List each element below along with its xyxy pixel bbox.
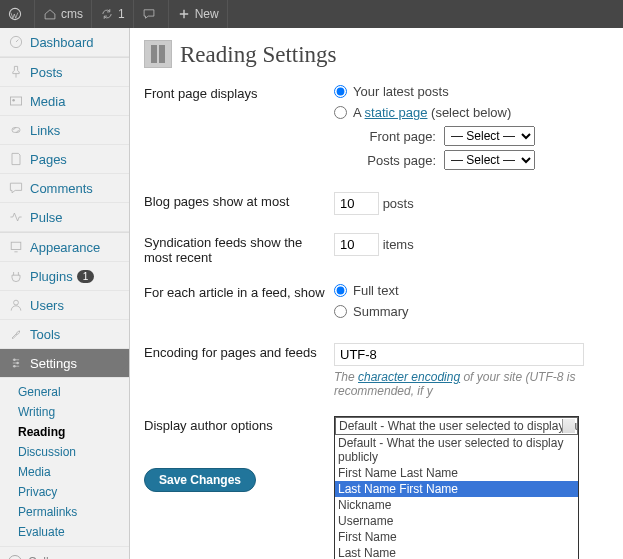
select-options: Default - What the user selected to disp… bbox=[335, 435, 578, 559]
comment-icon bbox=[8, 180, 24, 196]
svg-point-3 bbox=[12, 99, 14, 101]
menu-label: Settings bbox=[30, 356, 77, 371]
radio-full-text[interactable]: Full text bbox=[334, 283, 609, 298]
menu-label: Posts bbox=[30, 65, 63, 80]
sidebar-item-settings[interactable]: Settings bbox=[0, 349, 129, 378]
encoding-label: Encoding for pages and feeds bbox=[144, 343, 334, 398]
site-name-text: cms bbox=[61, 7, 83, 21]
select-option[interactable]: First Name Last Name bbox=[335, 465, 578, 481]
submenu-general[interactable]: General bbox=[18, 382, 129, 402]
sidebar-item-links[interactable]: Links bbox=[0, 116, 129, 145]
front-page-label: Front page displays bbox=[144, 84, 334, 174]
submenu-permalinks[interactable]: Permalinks bbox=[18, 502, 129, 522]
sidebar-item-dashboard[interactable]: Dashboard bbox=[0, 28, 129, 57]
syndication-label: Syndication feeds show the most recent bbox=[144, 233, 334, 265]
radio-static-page[interactable]: A static page (select below) bbox=[334, 105, 609, 120]
menu-label: Links bbox=[30, 123, 60, 138]
pulse-icon bbox=[8, 209, 24, 225]
radio-label: Full text bbox=[353, 283, 399, 298]
select-option[interactable]: Nickname bbox=[335, 497, 578, 513]
media-icon bbox=[8, 93, 24, 109]
save-button[interactable]: Save Changes bbox=[144, 468, 256, 492]
submenu-privacy[interactable]: Privacy bbox=[18, 482, 129, 502]
appearance-icon bbox=[8, 239, 24, 255]
submenu-writing[interactable]: Writing bbox=[18, 402, 129, 422]
select-option[interactable]: First Name bbox=[335, 529, 578, 545]
plus-icon bbox=[177, 7, 191, 21]
display-author-select[interactable]: Default - What the user selected to disp… bbox=[334, 416, 579, 559]
unit-label: posts bbox=[383, 196, 414, 211]
sidebar-item-posts[interactable]: Posts bbox=[0, 57, 129, 87]
encoding-input[interactable] bbox=[334, 343, 584, 366]
feed-article-label: For each article in a feed, show bbox=[144, 283, 334, 325]
plugins-badge: 1 bbox=[77, 270, 95, 283]
select-option[interactable]: Last Name First Name bbox=[335, 481, 578, 497]
sidebar-item-pages[interactable]: Pages bbox=[0, 145, 129, 174]
blog-pages-input[interactable] bbox=[334, 192, 379, 215]
sidebar-item-comments[interactable]: Comments bbox=[0, 174, 129, 203]
sidebar-item-users[interactable]: Users bbox=[0, 291, 129, 320]
comments-bubble[interactable] bbox=[134, 0, 169, 28]
menu-label: Media bbox=[30, 94, 65, 109]
sidebar-item-tools[interactable]: Tools bbox=[0, 320, 129, 349]
sidebar-item-appearance[interactable]: Appearance bbox=[0, 232, 129, 262]
site-name[interactable]: cms bbox=[35, 0, 92, 28]
svg-rect-4 bbox=[11, 242, 21, 249]
menu-label: Appearance bbox=[30, 240, 100, 255]
users-icon bbox=[8, 297, 24, 313]
radio-latest-posts[interactable]: Your latest posts bbox=[334, 84, 609, 99]
syndication-input[interactable] bbox=[334, 233, 379, 256]
content-area: Reading Settings Front page displays You… bbox=[130, 28, 623, 559]
front-page-select-label: Front page: bbox=[356, 129, 436, 144]
submenu-reading[interactable]: Reading bbox=[18, 422, 129, 442]
blog-pages-label: Blog pages show at most bbox=[144, 192, 334, 215]
svg-point-7 bbox=[16, 362, 18, 364]
new-content[interactable]: New bbox=[169, 0, 228, 28]
admin-sidebar: Dashboard Posts Media Links Pages Commen… bbox=[0, 28, 130, 559]
updates[interactable]: 1 bbox=[92, 0, 134, 28]
page-title: Reading Settings bbox=[180, 43, 337, 66]
submenu-discussion[interactable]: Discussion bbox=[18, 442, 129, 462]
posts-page-select-label: Posts page: bbox=[356, 153, 436, 168]
menu-label: Pages bbox=[30, 152, 67, 167]
sidebar-item-media[interactable]: Media bbox=[0, 87, 129, 116]
admin-toolbar: cms 1 New bbox=[0, 0, 623, 28]
svg-rect-2 bbox=[10, 97, 21, 105]
radio-label: Your latest posts bbox=[353, 84, 449, 99]
wp-logo[interactable] bbox=[0, 0, 35, 28]
collapse-icon: ◂ bbox=[8, 555, 22, 559]
collapse-menu[interactable]: ◂Collapse menu bbox=[0, 546, 129, 559]
page-heading: Reading Settings bbox=[144, 40, 609, 68]
new-label: New bbox=[195, 7, 219, 21]
front-page-select[interactable]: — Select — bbox=[444, 126, 535, 146]
sidebar-item-pulse[interactable]: Pulse bbox=[0, 203, 129, 232]
radio-label: A static page (select below) bbox=[353, 105, 511, 120]
link-icon bbox=[8, 122, 24, 138]
plugin-icon bbox=[8, 268, 24, 284]
radio-summary[interactable]: Summary bbox=[334, 304, 609, 319]
select-option[interactable]: Default - What the user selected to disp… bbox=[335, 435, 578, 465]
menu-label: Dashboard bbox=[30, 35, 94, 50]
submenu-media[interactable]: Media bbox=[18, 462, 129, 482]
menu-label: Users bbox=[30, 298, 64, 313]
sidebar-item-plugins[interactable]: Plugins1 bbox=[0, 262, 129, 291]
posts-page-select[interactable]: — Select — bbox=[444, 150, 535, 170]
settings-icon bbox=[8, 355, 24, 371]
home-icon bbox=[43, 7, 57, 21]
tools-icon bbox=[8, 326, 24, 342]
submenu-evaluate[interactable]: Evaluate bbox=[18, 522, 129, 542]
select-option[interactable]: Username bbox=[335, 513, 578, 529]
static-page-link[interactable]: static page bbox=[365, 105, 428, 120]
select-option[interactable]: Last Name bbox=[335, 545, 578, 559]
reading-icon bbox=[144, 40, 172, 68]
svg-point-8 bbox=[13, 365, 15, 367]
char-encoding-link[interactable]: character encoding bbox=[358, 370, 460, 384]
menu-label: Plugins bbox=[30, 269, 73, 284]
unit-label: items bbox=[383, 237, 414, 252]
collapse-label: Collapse menu bbox=[28, 555, 108, 559]
pin-icon bbox=[8, 64, 24, 80]
updates-count: 1 bbox=[118, 7, 125, 21]
page-icon bbox=[8, 151, 24, 167]
refresh-icon bbox=[100, 7, 114, 21]
comment-icon bbox=[142, 7, 156, 21]
